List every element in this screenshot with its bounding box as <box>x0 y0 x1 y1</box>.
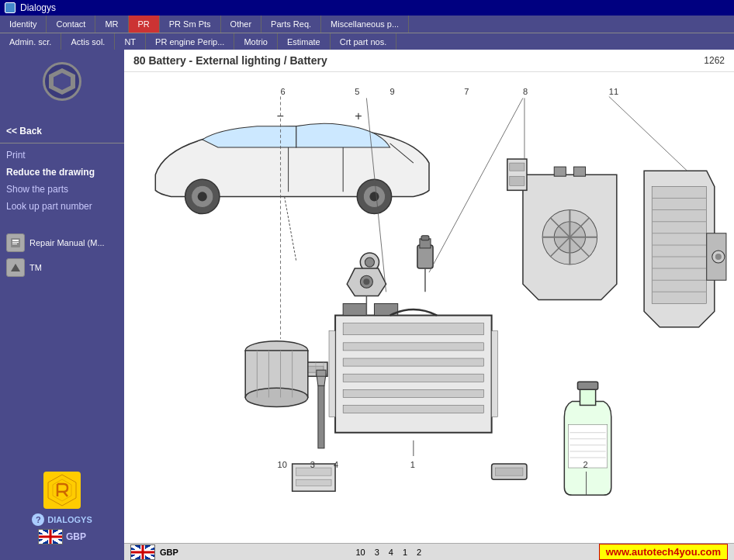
tm-icon <box>6 258 25 277</box>
regulator-part <box>507 159 527 190</box>
autotech-badge: www.autotech4you.com <box>599 544 728 560</box>
part-num-10: 10 <box>355 548 365 557</box>
bottom-bar: GBP 10 3 4 1 2 www.autotech4you.com <box>124 543 734 560</box>
svg-rect-90 <box>510 163 525 171</box>
currency-label: GBP <box>66 531 86 542</box>
svg-rect-1 <box>12 240 19 241</box>
page-number: 1262 <box>704 55 725 66</box>
svg-text:5: 5 <box>355 87 359 96</box>
content-area: 80 Battery - External lighting / Battery… <box>124 50 734 560</box>
app-icon <box>5 2 16 13</box>
svg-rect-35 <box>343 405 483 413</box>
svg-text:2: 2 <box>583 460 588 469</box>
svg-rect-53 <box>317 370 326 376</box>
bottom-uk-flag <box>130 544 155 560</box>
part-num-4: 4 <box>389 548 393 557</box>
battery-bracket-right <box>523 167 617 299</box>
part-num-1: 1 <box>403 548 407 557</box>
svg-text:1: 1 <box>410 460 415 469</box>
tab-estimate[interactable]: Estimate <box>278 33 331 50</box>
svg-text:4: 4 <box>334 460 338 469</box>
page-title: 80 Battery - External lighting / Battery <box>133 54 327 67</box>
svg-rect-109 <box>496 468 523 475</box>
small-cover <box>492 464 527 479</box>
svg-text:6: 6 <box>281 87 286 96</box>
print-link[interactable]: Print <box>0 147 124 164</box>
nav-row-2: Admin. scr. Actis sol. NT PR engine Peri… <box>0 33 734 50</box>
dialogys-branding: ? DIALOGYS <box>32 513 92 526</box>
tab-misc[interactable]: Miscellaneous p... <box>321 16 409 33</box>
svg-rect-50 <box>296 479 331 486</box>
svg-text:3: 3 <box>310 460 315 469</box>
svg-rect-34 <box>343 389 483 397</box>
svg-point-20 <box>369 192 379 201</box>
repair-manual-tool[interactable]: Repair Manual (M... <box>0 230 124 255</box>
logo-hex <box>49 68 75 95</box>
back-link[interactable]: << Back <box>0 123 124 140</box>
tab-contact[interactable]: Contact <box>47 16 95 33</box>
divider-1 <box>0 143 124 143</box>
svg-text:7: 7 <box>464 87 469 96</box>
svg-rect-28 <box>343 303 366 315</box>
sidebar: << Back Print Reduce the drawing Show th… <box>0 50 124 560</box>
tab-parts-req[interactable]: Parts Req. <box>261 16 321 33</box>
svg-rect-30 <box>343 323 483 335</box>
svg-text:8: 8 <box>523 87 528 96</box>
title-bar: Dialogys <box>0 0 734 16</box>
repair-manual-label: Repair Manual (M... <box>29 238 105 247</box>
svg-text:9: 9 <box>390 87 395 96</box>
lookup-part-link[interactable]: Look up part number <box>0 198 124 215</box>
tab-pr-engine[interactable]: PR engine Perip... <box>146 33 234 50</box>
flag-cross-h-r-b <box>131 551 154 553</box>
reduce-drawing-link[interactable]: Reduce the drawing <box>0 164 124 181</box>
svg-point-75 <box>365 258 374 267</box>
tab-motrio[interactable]: Motrio <box>234 33 278 50</box>
main-layout: << Back Print Reduce the drawing Show th… <box>0 50 734 560</box>
svg-rect-36 <box>329 331 335 417</box>
parts-diagram: 6 5 9 7 8 11 <box>124 72 734 543</box>
sidebar-logo-area <box>0 56 124 107</box>
help-icon: ? <box>32 513 44 526</box>
svg-rect-3 <box>12 244 17 244</box>
uk-flag <box>38 529 63 544</box>
dialogys-label: DIALOGYS <box>47 515 92 524</box>
renault-logo <box>43 472 81 509</box>
svg-rect-91 <box>510 176 525 185</box>
part-num-3: 3 <box>375 548 379 557</box>
svg-text:10: 10 <box>278 460 287 469</box>
svg-point-69 <box>245 388 308 406</box>
tab-pr[interactable]: PR <box>129 16 160 33</box>
tab-admin-scr[interactable]: Admin. scr. <box>0 33 61 50</box>
svg-point-107 <box>715 254 722 260</box>
tab-crt-part[interactable]: Crt part nos. <box>331 33 397 50</box>
part-rod <box>317 370 326 448</box>
repair-manual-icon <box>6 233 25 252</box>
flag-cross-h-red <box>39 536 62 538</box>
svg-rect-33 <box>343 374 483 382</box>
part-numbers-row: 10 3 4 1 2 <box>355 548 421 557</box>
tab-other[interactable]: Other <box>221 16 262 33</box>
tab-pr-sm-pts[interactable]: PR Sm Pts <box>160 16 221 33</box>
air-filter <box>245 341 308 407</box>
svg-rect-37 <box>492 331 498 417</box>
tab-identity[interactable]: Identity <box>0 16 47 33</box>
currency-bar[interactable]: GBP <box>32 526 92 548</box>
svg-point-93 <box>363 278 369 285</box>
app-title: Dialogys <box>20 2 56 13</box>
logo-inner <box>54 73 71 90</box>
tab-mr[interactable]: MR <box>95 16 128 33</box>
svg-rect-88 <box>573 167 585 176</box>
tab-nt[interactable]: NT <box>115 33 146 50</box>
tab-actis-sol[interactable]: Actis sol. <box>61 33 115 50</box>
svg-rect-32 <box>343 358 483 366</box>
bottom-currency: GBP <box>160 548 178 557</box>
svg-text:11: 11 <box>609 87 618 96</box>
tm-tool[interactable]: TM <box>0 255 124 280</box>
part-num-2: 2 <box>417 548 421 557</box>
svg-text:+: + <box>355 109 362 123</box>
svg-rect-31 <box>343 343 483 351</box>
autotech-url: www.autotech4you.com <box>606 546 721 558</box>
show-parts-link[interactable]: Show the parts <box>0 181 124 198</box>
tm-label: TM <box>29 263 42 272</box>
svg-rect-51 <box>318 385 324 448</box>
